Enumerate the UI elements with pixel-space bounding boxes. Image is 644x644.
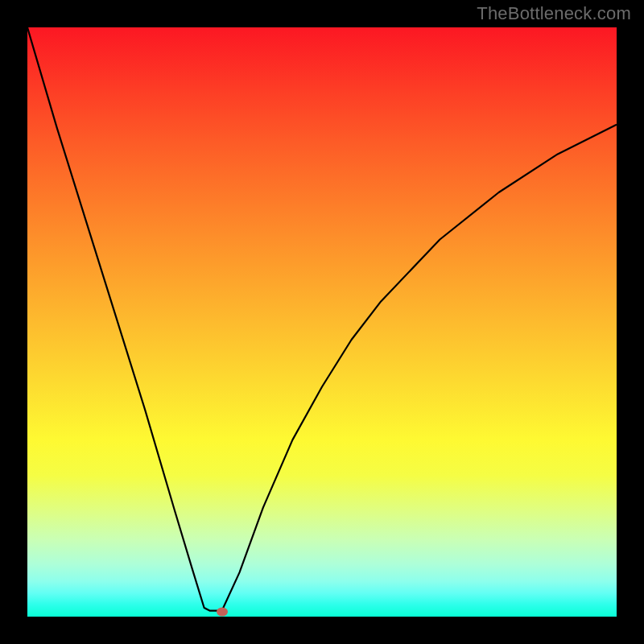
chart-frame: TheBottleneck.com [0, 0, 644, 644]
bottleneck-curve-path [27, 27, 617, 611]
plot-area [27, 27, 617, 617]
watermark-text: TheBottleneck.com [477, 3, 631, 24]
curve-svg [27, 27, 617, 617]
